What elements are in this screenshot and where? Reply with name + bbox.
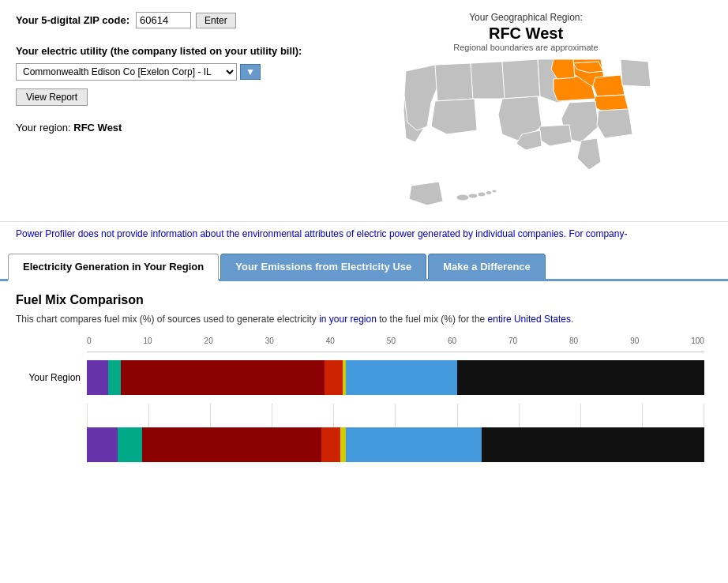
bar-row-your-region: Your Region	[87, 355, 704, 399]
svg-point-24	[478, 192, 486, 197]
us-map	[400, 55, 652, 213]
region-name: RFC West	[73, 122, 122, 134]
map-geo-label: Your Geographical Region:	[469, 12, 583, 23]
bar-segment	[340, 427, 347, 462]
svg-marker-7	[431, 99, 477, 134]
map-region-name: RFC West	[489, 24, 563, 43]
disclaimer-text: Power Profiler does not provide informat…	[0, 221, 728, 246]
bar-segment	[87, 360, 108, 395]
bar-track-us-average	[87, 427, 704, 462]
bar-segment	[346, 360, 457, 395]
svg-marker-4	[471, 62, 506, 99]
tab-make-difference[interactable]: Make a Difference	[428, 254, 546, 279]
svg-marker-3	[435, 63, 475, 101]
svg-point-25	[486, 191, 492, 195]
fuel-mix-desc: This chart compares fuel mix (%) of sour…	[16, 314, 712, 325]
bar-segment	[321, 427, 340, 462]
svg-marker-13	[593, 75, 625, 96]
bar-row-us-average	[87, 427, 704, 462]
utility-label: Your electric utility (the company liste…	[16, 44, 316, 58]
utility-dropdown-button[interactable]: ▼	[240, 64, 261, 80]
bar-segment	[121, 360, 325, 395]
bar-segment	[108, 360, 121, 395]
content-area: Fuel Mix Comparison This chart compares …	[0, 281, 728, 474]
zip-input[interactable]	[136, 12, 191, 28]
svg-point-22	[456, 194, 469, 201]
view-report-button[interactable]: View Report	[16, 88, 88, 106]
bar-segment	[482, 427, 704, 462]
tabs-container: Electricity Generation in Your Region Yo…	[0, 254, 728, 281]
bar-segment	[325, 360, 343, 395]
chart-area: 0 10 20 30 40 50 60 70 80 90 100 Your Re…	[16, 337, 712, 462]
bar-label-your-region: Your Region	[24, 372, 87, 383]
svg-point-23	[468, 194, 478, 198]
bar-segment	[457, 360, 704, 395]
svg-point-26	[492, 190, 497, 193]
utility-select[interactable]: Commonwealth Edison Co [Exelon Corp] - I…	[16, 63, 237, 81]
map-approx-label: Regional boundaries are approximate	[453, 43, 598, 52]
tab-emissions[interactable]: Your Emissions from Electricity Use	[220, 254, 426, 279]
zip-label: Your 5-digital ZIP code:	[16, 14, 129, 26]
region-label: Your region:	[16, 122, 71, 134]
svg-marker-19	[597, 109, 632, 138]
fuel-mix-title: Fuel Mix Comparison	[16, 293, 712, 307]
svg-marker-5	[502, 59, 540, 99]
bar-segment	[142, 427, 321, 462]
tab-electricity-generation[interactable]: Electricity Generation in Your Region	[8, 254, 219, 281]
bar-segment	[346, 427, 482, 462]
bar-segment	[87, 427, 118, 462]
enter-button[interactable]: Enter	[196, 13, 236, 28]
svg-marker-15	[621, 59, 651, 87]
bar-track-your-region	[87, 360, 704, 395]
bar-segment	[118, 427, 142, 462]
